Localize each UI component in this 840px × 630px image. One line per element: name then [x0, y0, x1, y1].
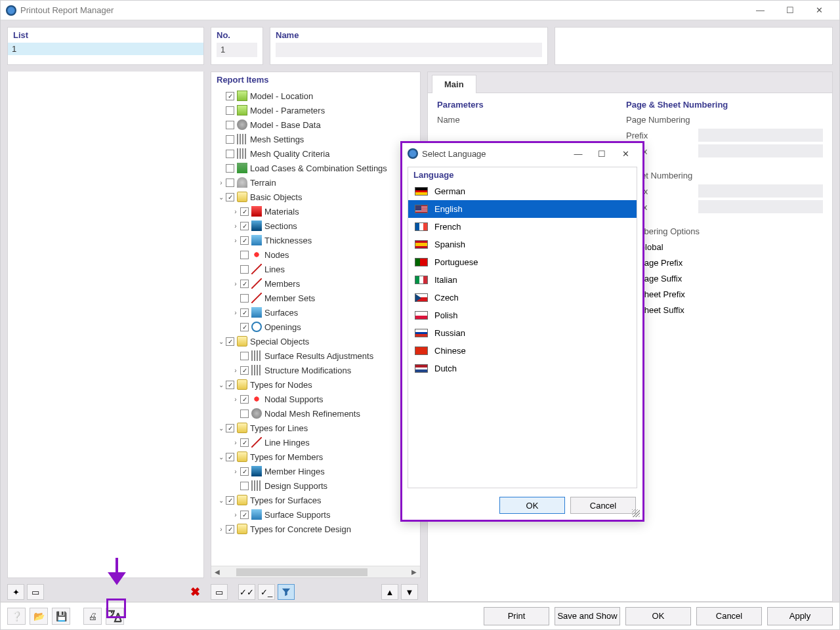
tree-item[interactable]: ›Terrain [211, 175, 420, 190]
checkbox[interactable] [226, 150, 234, 158]
dialog-minimize-button[interactable]: — [566, 149, 590, 159]
expand-icon[interactable]: › [231, 237, 240, 244]
expand-icon[interactable]: ⌄ [217, 453, 226, 461]
list-item[interactable]: 1 [8, 43, 203, 55]
expand-icon[interactable]: › [231, 367, 240, 374]
expand-icon[interactable]: › [231, 511, 240, 518]
tree-item[interactable]: ›Types for Concrete Design [211, 522, 420, 536]
language-item-es[interactable]: Spanish [408, 236, 637, 253]
language-item-cz[interactable]: Czech [408, 289, 637, 306]
checkbox[interactable] [240, 280, 249, 288]
report-items-tree[interactable]: Model - LocationModel - ParametersModel … [211, 87, 420, 566]
checkbox[interactable] [226, 337, 234, 346]
help-button[interactable]: ❔ [7, 608, 26, 625]
print-button[interactable]: Print [484, 607, 549, 625]
checkbox[interactable] [226, 121, 234, 129]
print-setup-button[interactable]: 🖨 [83, 608, 102, 625]
checkbox[interactable] [226, 424, 234, 432]
tree-item[interactable]: ⌄Basic Objects [211, 190, 420, 204]
expand-icon[interactable]: › [217, 179, 226, 186]
checkbox[interactable] [240, 352, 249, 360]
maximize-button[interactable]: ☐ [775, 1, 805, 20]
move-down-button[interactable]: ▼ [401, 584, 418, 600]
tree-item[interactable]: ›Member Hinges [211, 464, 420, 478]
checkbox[interactable] [240, 265, 249, 274]
checkbox[interactable] [240, 410, 249, 418]
tree-item[interactable]: Lines [211, 262, 420, 276]
numbering-option[interactable]: Global [626, 239, 823, 255]
tree-item[interactable]: Mesh Settings [211, 132, 420, 146]
checkbox[interactable] [240, 308, 249, 317]
no-value[interactable]: 1 [217, 43, 257, 57]
copy-items-button[interactable]: ▭ [211, 584, 228, 600]
expand-icon[interactable]: › [231, 309, 240, 316]
expand-icon[interactable]: › [231, 468, 240, 475]
expand-icon[interactable]: ⌄ [217, 497, 226, 504]
checkbox[interactable] [226, 164, 234, 173]
tree-item[interactable]: Model - Location [211, 89, 420, 103]
move-up-button[interactable]: ▲ [381, 584, 398, 600]
checkbox[interactable] [240, 236, 249, 245]
horizontal-scrollbar[interactable]: ◀▶ [211, 566, 420, 578]
checkbox[interactable] [240, 323, 249, 331]
checkbox[interactable] [240, 207, 249, 216]
checkbox[interactable] [240, 482, 249, 490]
open-button[interactable]: 📂 [30, 608, 48, 625]
tree-item[interactable]: ›Materials [211, 204, 420, 219]
tab-main[interactable]: Main [432, 75, 476, 93]
expand-icon[interactable]: › [231, 280, 240, 287]
expand-icon[interactable]: › [231, 208, 240, 215]
language-item-en[interactable]: English [408, 200, 637, 218]
save-and-show-button[interactable]: Save and Show [555, 607, 620, 625]
checkbox[interactable] [226, 135, 234, 144]
tree-item[interactable]: ›Sections [211, 219, 420, 233]
language-item-de[interactable]: German [408, 182, 637, 200]
copy-report-button[interactable]: ▭ [27, 584, 44, 600]
expand-icon[interactable]: › [231, 396, 240, 403]
checkbox[interactable] [226, 453, 234, 461]
tree-item[interactable]: ⌄Special Objects [211, 334, 420, 348]
minimize-button[interactable]: — [746, 1, 775, 20]
tree-item[interactable]: ›Structure Modifications [211, 363, 420, 377]
new-report-button[interactable]: ✦ [7, 584, 24, 600]
numbering-option[interactable]: Sheet Suffix [626, 302, 823, 318]
dialog-close-button[interactable]: ✕ [614, 149, 637, 159]
language-list[interactable]: GermanEnglishFrenchSpanishPortugueseItal… [408, 182, 637, 488]
checkbox[interactable] [240, 395, 249, 404]
checkbox[interactable] [240, 222, 249, 230]
tree-item[interactable]: ⌄Types for Nodes [211, 377, 420, 392]
expand-icon[interactable]: ⌄ [217, 338, 226, 345]
tree-item[interactable]: ⌄Types for Surfaces [211, 493, 420, 507]
checkbox[interactable] [226, 178, 234, 187]
checkbox[interactable] [240, 467, 249, 476]
checkbox[interactable] [226, 525, 234, 534]
language-button[interactable] [106, 608, 124, 625]
checkbox[interactable] [226, 381, 234, 389]
tree-item[interactable]: ⌄Types for Members [211, 450, 420, 464]
expand-icon[interactable]: › [231, 439, 240, 446]
checkbox[interactable] [240, 511, 249, 519]
checkbox[interactable] [226, 92, 234, 100]
close-button[interactable]: ✕ [805, 1, 834, 20]
language-item-ru[interactable]: Russian [408, 324, 637, 342]
checkbox[interactable] [240, 294, 249, 303]
language-item-pl[interactable]: Polish [408, 306, 637, 324]
numbering-option[interactable]: Sheet Prefix [626, 286, 823, 302]
checkbox[interactable] [226, 496, 234, 505]
checkbox[interactable] [240, 366, 249, 375]
cancel-button[interactable]: Cancel [696, 607, 762, 625]
expand-icon[interactable]: ⌄ [217, 425, 226, 432]
ok-button[interactable]: OK [625, 607, 691, 625]
apply-button[interactable]: Apply [767, 607, 833, 625]
filter-button[interactable] [278, 584, 295, 600]
save-button[interactable]: 💾 [52, 608, 70, 625]
tree-item[interactable]: Member Sets [211, 291, 420, 305]
checkbox[interactable] [226, 106, 234, 115]
tree-item[interactable]: ⌄Types for Lines [211, 421, 420, 435]
page-prefix-input[interactable] [698, 129, 823, 142]
tree-item[interactable]: Model - Base Data [211, 117, 420, 132]
tree-item[interactable]: Model - Parameters [211, 103, 420, 117]
sheet-suffix-input[interactable] [698, 200, 823, 213]
tree-item[interactable]: ›Members [211, 276, 420, 291]
checkbox[interactable] [240, 251, 249, 259]
